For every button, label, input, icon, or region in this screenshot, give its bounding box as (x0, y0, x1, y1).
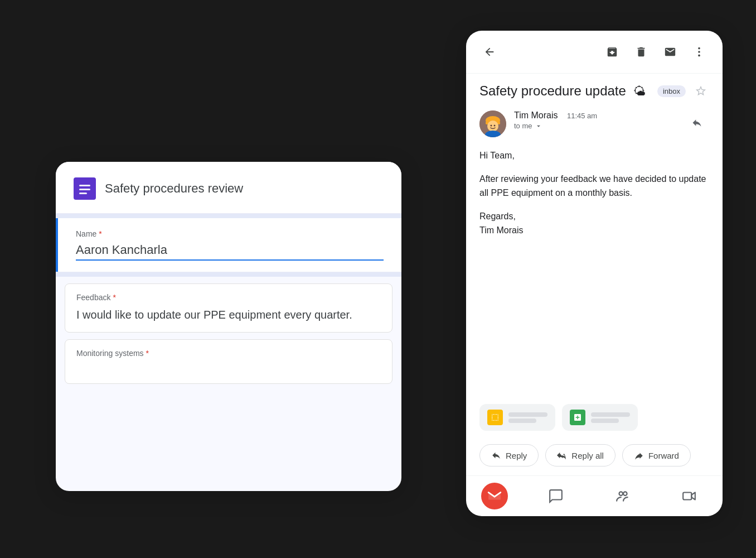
feedback-required-star: * (113, 293, 115, 302)
gmail-nav-button[interactable] (481, 483, 508, 509)
svg-rect-3 (79, 193, 87, 194)
svg-point-5 (698, 51, 700, 53)
email-greeting: Hi Team, After reviewing your feedback w… (479, 148, 709, 238)
feedback-field-value[interactable]: I would like to update our PPE equipment… (76, 306, 381, 323)
attachment-1-icon (487, 410, 503, 425)
forms-divider-2 (56, 272, 401, 277)
sender-to[interactable]: to me (514, 122, 677, 130)
attachment-2[interactable] (562, 404, 638, 431)
sender-row: Tim Morais 11:45 am to me (466, 104, 723, 144)
sender-name-time: Tim Morais 11:45 am (514, 110, 677, 121)
email-subject: Safety procedure update 🌤 (479, 83, 651, 99)
back-button[interactable] (477, 40, 502, 64)
attachment-2-icon (570, 410, 585, 425)
sender-avatar (479, 110, 506, 137)
name-field-wrapper: Name * Aaron Kancharla (56, 218, 401, 272)
feedback-field[interactable]: Feedback * I would like to update our PP… (65, 284, 392, 332)
subject-emoji: 🌤 (633, 84, 646, 98)
svg-point-15 (619, 492, 623, 496)
toolbar-right (600, 40, 711, 64)
sender-info: Tim Morais 11:45 am to me (514, 110, 677, 130)
bottom-field[interactable]: Monitoring systems * (65, 340, 392, 367)
attachment-2-text (591, 412, 630, 423)
svg-rect-1 (79, 185, 90, 186)
svg-point-12 (494, 125, 496, 127)
email-body: Hi Team, After reviewing your feedback w… (466, 144, 723, 400)
star-button[interactable] (692, 83, 709, 99)
bottom-nav (466, 475, 723, 516)
action-buttons: Reply Reply all Forward (466, 440, 723, 475)
required-star: * (99, 229, 101, 238)
feedback-field-label: Feedback * (76, 293, 381, 302)
spaces-nav-button[interactable] (604, 484, 641, 508)
mark-read-button[interactable] (658, 40, 682, 64)
svg-point-16 (623, 492, 627, 496)
name-field[interactable]: Name * Aaron Kancharla (56, 218, 401, 272)
forms-title: Safety procedures review (105, 181, 243, 196)
gmail-toolbar (466, 31, 723, 74)
reply-all-button[interactable]: Reply all (545, 444, 616, 466)
sender-name: Tim Morais (514, 110, 558, 120)
attachment-line-2 (508, 419, 536, 423)
more-button[interactable] (687, 40, 711, 64)
forms-body: Name * Aaron Kancharla Feedback * I woul… (56, 214, 401, 384)
bottom-field-label: Monitoring systems * (76, 349, 381, 358)
reply-quick-button[interactable] (685, 110, 709, 135)
subject-row: Safety procedure update 🌤 inbox (466, 74, 723, 104)
forms-divider (56, 214, 401, 218)
attachment-1-text (508, 412, 547, 423)
bottom-field-wrapper: Monitoring systems * (65, 339, 392, 384)
sender-time: 11:45 am (567, 112, 597, 120)
name-field-value[interactable]: Aaron Kancharla (76, 243, 384, 261)
feedback-field-wrapper: Feedback * I would like to update our PP… (65, 283, 392, 333)
svg-point-4 (698, 47, 700, 50)
attachment-line-3 (591, 412, 630, 417)
inbox-badge: inbox (657, 85, 686, 97)
toolbar-left (477, 40, 502, 64)
delete-button[interactable] (629, 40, 653, 64)
archive-button[interactable] (600, 40, 624, 64)
svg-point-11 (491, 125, 492, 127)
bottom-required-star: * (146, 349, 149, 358)
forward-button[interactable]: Forward (622, 444, 691, 466)
name-field-label: Name * (76, 229, 384, 238)
attachment-1[interactable] (479, 404, 555, 431)
chat-nav-button[interactable] (537, 484, 574, 508)
forms-card: Safety procedures review Name * Aaron Ka… (56, 162, 401, 491)
gmail-card: Safety procedure update 🌤 inbox (466, 31, 723, 516)
attachment-line-1 (508, 412, 547, 417)
chevron-down-icon (535, 122, 542, 130)
svg-point-10 (487, 121, 498, 132)
forms-icon (74, 177, 96, 200)
reply-button[interactable]: Reply (479, 444, 539, 466)
attachment-line-4 (591, 419, 619, 423)
meet-nav-button[interactable] (671, 484, 707, 508)
svg-point-6 (698, 55, 700, 57)
svg-rect-17 (683, 493, 691, 500)
forms-header: Safety procedures review (56, 162, 401, 214)
svg-rect-2 (79, 189, 90, 190)
attachments-row (466, 400, 723, 440)
